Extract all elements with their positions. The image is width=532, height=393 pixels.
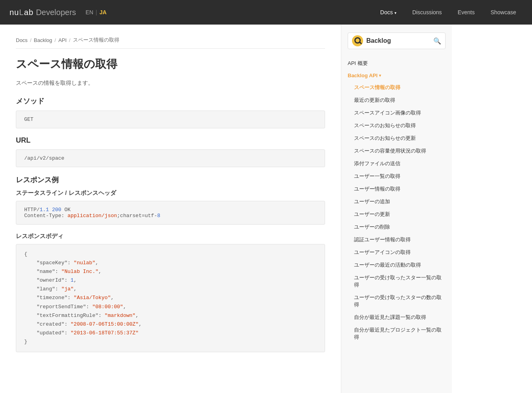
header-left: nuLab Developers EN | JA <box>10 8 107 17</box>
http-ok-text: OK <box>61 207 71 213</box>
sidebar-item-delete-user-label: ユーザーの削除 <box>354 223 390 231</box>
sidebar: Backlog 🔍 API 概要 Backlog API ▾ スペース情報の取得… <box>341 25 452 393</box>
json-line-timezone: "timezone": "Asia/Tokyo", <box>24 294 317 302</box>
sidebar-item-recent-updates-label: 最近の更新の取得 <box>354 97 395 104</box>
page-layout: Docs / Backlog / API / スペース情報の取得 スペース情報の… <box>0 25 532 393</box>
sidebar-item-api-overview-label: API 概要 <box>348 60 368 67</box>
svg-point-2 <box>356 38 360 42</box>
sidebar-item-space-icon[interactable]: スペースアイコン画像の取得 <box>341 107 452 119</box>
nav-events[interactable]: Events <box>452 6 481 19</box>
json-response-block: { "spaceKey": "nulab", "name": "Nulab In… <box>16 244 325 352</box>
sidebar-item-auth-user-label: 認証ユーザー情報の取得 <box>354 236 411 243</box>
page-title: スペース情報の取得 <box>16 57 325 72</box>
sidebar-item-user-activity-label: ユーザーの最近の活動の取得 <box>354 261 421 269</box>
sidebar-item-user-info[interactable]: ユーザー情報の取得 <box>341 183 452 195</box>
json-line-updated: "updated": "2013-06-18T07:55:37Z" <box>24 329 317 338</box>
sidebar-item-recently-viewed-issues[interactable]: 自分が最近見た課題一覧の取得 <box>341 311 452 324</box>
breadcrumb-docs[interactable]: Docs <box>16 37 28 43</box>
sidebar-item-space-info-label: スペース情報の取得 <box>354 84 400 91</box>
url-value: /api/v2/space <box>24 155 64 161</box>
sidebar-item-add-user-label: ユーザーの追加 <box>354 198 390 205</box>
sidebar-item-recently-viewed-issues-label: 自分が最近見た課題一覧の取得 <box>354 314 426 321</box>
breadcrumb-current: スペース情報の取得 <box>73 36 119 44</box>
sidebar-item-space-disk[interactable]: スペースの容量使用状況の取得 <box>341 145 452 157</box>
content-type-label: Content-Type: <box>24 213 67 219</box>
charset-number: 8 <box>157 213 160 219</box>
sidebar-item-user-icon-label: ユーザーアイコンの取得 <box>354 249 411 256</box>
sidebar-item-received-stars-list-label: ユーザーの受け取ったスター一覧の取得 <box>354 274 446 288</box>
search-box[interactable]: Backlog 🔍 <box>348 32 446 49</box>
http-response-block: HTTP/1.1 200 OK Content-Type: applicatio… <box>16 201 325 225</box>
sidebar-item-users-list-label: ユーザー一覧の取得 <box>354 173 400 180</box>
json-line-ownerid: "ownerId": 1, <box>24 276 317 285</box>
main-nav: Docs ▾ Discussions Events Showcase <box>374 6 522 19</box>
breadcrumb-backlog[interactable]: Backlog <box>34 37 52 43</box>
sidebar-item-attachment[interactable]: 添付ファイルの送信 <box>341 157 452 170</box>
sidebar-item-user-info-label: ユーザー情報の取得 <box>354 185 400 193</box>
sidebar-item-auth-user[interactable]: 認証ユーザー情報の取得 <box>341 233 452 246</box>
search-brand-label: Backlog <box>366 37 430 44</box>
site-logo[interactable]: nuLab Developers <box>10 8 76 17</box>
http-line1: HTTP/1.1 200 OK <box>24 207 317 213</box>
site-header: nuLab Developers EN | JA Docs ▾ Discussi… <box>0 0 532 25</box>
sidebar-item-users-list[interactable]: ユーザー一覧の取得 <box>341 170 452 183</box>
status-line-heading: ステータスライン / レスポンスヘッダ <box>16 189 325 197</box>
content-type-value: application/json <box>67 213 117 219</box>
sidebar-item-space-notice-get[interactable]: スペースのお知らせの取得 <box>341 119 452 132</box>
json-open-brace: { <box>24 250 317 259</box>
sidebar-item-received-stars-count[interactable]: ユーザーの受け取ったスターの数の取得 <box>341 291 452 311</box>
sidebar-item-update-user-label: ユーザーの更新 <box>354 211 390 218</box>
response-example-heading: レスポンス例 <box>16 175 325 185</box>
json-line-name: "name": "Nulab Inc.", <box>24 267 317 276</box>
sidebar-item-user-activity[interactable]: ユーザーの最近の活動の取得 <box>341 259 452 271</box>
sidebar-item-delete-user[interactable]: ユーザーの削除 <box>341 221 452 233</box>
sidebar-item-space-notice-update-label: スペースのお知らせの更新 <box>354 135 416 142</box>
logo-nulab: nuLab <box>10 8 34 17</box>
sidebar-item-recent-updates[interactable]: 最近の更新の取得 <box>341 94 452 107</box>
sidebar-item-space-icon-label: スペースアイコン画像の取得 <box>354 109 421 116</box>
breadcrumb: Docs / Backlog / API / スペース情報の取得 <box>16 36 325 49</box>
json-line-created: "created": "2008-07-06T15:00:00Z", <box>24 320 317 329</box>
nav-docs[interactable]: Docs ▾ <box>374 6 403 19</box>
url-heading: URL <box>16 136 325 145</box>
sidebar-item-space-notice-update[interactable]: スペースのお知らせの更新 <box>341 132 452 145</box>
json-line-spacekey: "spaceKey": "nulab", <box>24 259 317 267</box>
page-description: スペースの情報を取得します。 <box>16 80 325 87</box>
logo-developers: Developers <box>36 8 76 17</box>
method-heading: メソッド <box>16 96 325 106</box>
http-prefix: HTTP/ <box>24 207 40 213</box>
sidebar-item-api-overview[interactable]: API 概要 <box>341 57 452 70</box>
breadcrumb-sep-1: / <box>30 37 32 43</box>
json-close-brace: } <box>24 338 317 346</box>
lang-separator: | <box>96 9 97 15</box>
sidebar-item-space-info[interactable]: スペース情報の取得 <box>341 81 452 94</box>
sidebar-item-update-user[interactable]: ユーザーの更新 <box>341 208 452 221</box>
sidebar-item-backlog-api[interactable]: Backlog API ▾ <box>341 70 452 81</box>
sidebar-item-space-notice-get-label: スペースのお知らせの取得 <box>354 122 416 129</box>
lang-en-link[interactable]: EN <box>86 9 93 15</box>
charset-suffix: ;charset=utf- <box>117 213 157 219</box>
method-value: GET <box>24 116 33 122</box>
url-code-block: /api/v2/space <box>16 149 325 167</box>
method-code-block: GET <box>16 111 325 128</box>
sidebar-item-add-user[interactable]: ユーザーの追加 <box>341 195 452 208</box>
sidebar-item-recently-viewed-projects[interactable]: 自分が最近見たプロジェクト一覧の取得 <box>341 324 452 343</box>
nav-discussions[interactable]: Discussions <box>406 6 448 19</box>
backlog-logo-icon <box>352 35 363 46</box>
http-version: 1.1 <box>40 207 49 213</box>
sidebar-item-recently-viewed-projects-label: 自分が最近見たプロジェクト一覧の取得 <box>354 326 446 341</box>
search-icon[interactable]: 🔍 <box>433 37 441 45</box>
breadcrumb-sep-3: / <box>69 37 71 43</box>
http-status: 200 <box>52 207 61 213</box>
sidebar-item-user-icon[interactable]: ユーザーアイコンの取得 <box>341 246 452 259</box>
sidebar-item-received-stars-list[interactable]: ユーザーの受け取ったスター一覧の取得 <box>341 271 452 291</box>
json-line-textformattingrule: "textFormattingRule": "markdown", <box>24 311 317 320</box>
response-body-heading: レスポンスボディ <box>16 233 325 240</box>
nav-showcase[interactable]: Showcase <box>484 6 522 19</box>
lang-ja-link[interactable]: JA <box>100 9 107 15</box>
sidebar-item-attachment-label: 添付ファイルの送信 <box>354 160 400 167</box>
breadcrumb-api[interactable]: API <box>58 37 67 43</box>
sidebar-item-received-stars-count-label: ユーザーの受け取ったスターの数の取得 <box>354 294 446 308</box>
main-content: Docs / Backlog / API / スペース情報の取得 スペース情報の… <box>0 25 341 393</box>
sidebar-item-space-disk-label: スペースの容量使用状況の取得 <box>354 147 426 155</box>
